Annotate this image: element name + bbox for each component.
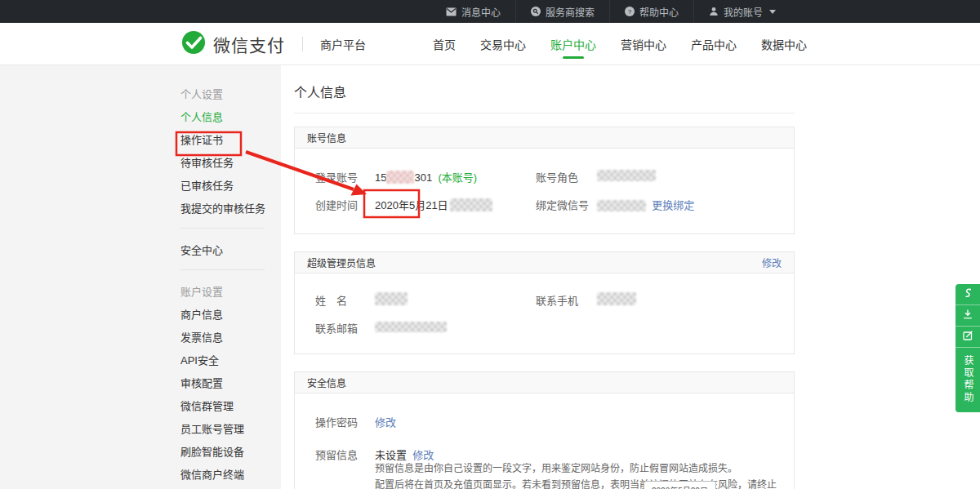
brand-name: 微信支付 — [213, 32, 285, 56]
title-divider — [294, 113, 795, 113]
topbar-item-my-account[interactable]: 我的账号 — [693, 0, 791, 23]
redacted-login-middle — [386, 171, 414, 184]
sidebar-item-merchant-info[interactable]: 商户信息 — [180, 302, 270, 325]
own-account-note: (本账号) — [438, 171, 477, 184]
login-account-value: 15301 (本账号) — [375, 169, 477, 184]
sidebar-item-reviewed-tasks[interactable]: 已审核任务 — [180, 173, 270, 196]
edit-admin-link[interactable]: 修改 — [762, 256, 782, 269]
nav-home[interactable]: 首页 — [433, 29, 456, 59]
sidebar-section-personal-settings: 个人设置 — [180, 82, 281, 104]
topbar-item-label: 帮助中心 — [639, 5, 679, 19]
redacted-created-time — [450, 198, 492, 211]
sidebar-item-operation-certificate[interactable]: 操作证书 — [180, 127, 270, 150]
main-content: 个人信息 账号信息 登录账号 15301 (本账号) 账号角色 创建时间 202… — [281, 65, 980, 489]
feedback-icon — [962, 330, 973, 345]
redacted-wechat-id — [597, 200, 646, 211]
page-title: 个人信息 — [294, 65, 980, 101]
nav-data-center[interactable]: 数据中心 — [761, 29, 807, 59]
chevron-down-icon — [769, 10, 776, 14]
reserved-info-description: 预留信息是由你自己设置的一段文字，用来鉴定网站身份，防止假冒网站造成损失。 配置… — [375, 460, 783, 489]
redacted-name — [375, 292, 408, 305]
user-icon — [709, 7, 719, 16]
topbar-item-label: 消息中心 — [461, 5, 501, 19]
created-time-label: 创建时间 — [315, 197, 358, 212]
reserved-info-value: 未设置 修改 — [375, 447, 434, 462]
envelope-icon — [446, 7, 457, 16]
wechat-pay-logo-icon — [181, 30, 206, 58]
topbar-item-label: 服务商搜索 — [546, 5, 595, 19]
help-icon: ? — [625, 7, 635, 16]
account-info-card: 账号信息 登录账号 15301 (本账号) 账号角色 创建时间 2020年5月2… — [294, 127, 795, 234]
brand[interactable]: 微信支付 商户平台 — [181, 30, 366, 58]
sidebar-item-face-smart-device[interactable]: 刷脸智能设备 — [180, 439, 270, 462]
sidebar-section-account-settings: 账户设置 — [180, 279, 281, 302]
account-role-label: 账号角色 — [536, 169, 578, 184]
download-icon — [962, 309, 973, 323]
contact-phone-label: 联系手机 — [536, 292, 578, 308]
contact-email-label: 联系邮箱 — [315, 320, 358, 336]
operation-password-label: 操作密码 — [315, 414, 358, 429]
card-title: 超级管理员信息 — [307, 256, 376, 269]
nav-account-center[interactable]: 账户中心 — [550, 29, 596, 59]
date-tooltip: 2020年5月22日 — [644, 481, 716, 489]
sidebar-item-api-security[interactable]: API安全 — [180, 348, 270, 371]
sidebar-divider — [180, 269, 265, 270]
brand-divider — [302, 37, 303, 51]
page-body: 个人设置 个人信息 操作证书 待审核任务 已审核任务 我提交的审核任务 安全中心… — [0, 65, 980, 489]
redacted-account-role — [597, 170, 656, 181]
header: 微信支付 商户平台 首页 交易中心 账户中心 营销中心 产品中心 数据中心 — [0, 23, 980, 65]
search-icon — [531, 7, 541, 16]
card-title: 安全信息 — [307, 376, 346, 389]
sidebar-item-wechat-merchant-terminal[interactable]: 微信商户终端 — [180, 462, 270, 485]
nav-transaction-center[interactable]: 交易中心 — [480, 29, 526, 59]
set-reserved-info-link[interactable]: 修改 — [412, 449, 434, 461]
sidebar-item-security-center[interactable]: 安全中心 — [180, 238, 270, 260]
sidebar-divider — [180, 228, 265, 229]
reserved-info-label: 预留信息 — [315, 447, 358, 462]
sidebar-item-personal-info[interactable]: 个人信息 — [180, 104, 270, 127]
bound-wechat-label: 绑定微信号 — [536, 197, 589, 212]
rebind-link[interactable]: 更换绑定 — [652, 199, 694, 211]
sidebar-item-review-config[interactable]: 审核配置 — [180, 371, 270, 393]
portal-name: 商户平台 — [320, 36, 366, 52]
sidebar: 个人设置 个人信息 操作证书 待审核任务 已审核任务 我提交的审核任务 安全中心… — [0, 65, 281, 489]
sidebar-item-invoice-info[interactable]: 发票信息 — [180, 325, 270, 348]
redacted-email — [375, 322, 447, 332]
download-button[interactable] — [956, 305, 980, 327]
topbar: 消息中心 服务商搜索 ? 帮助中心 我的账号 — [0, 0, 980, 23]
sidebar-item-pending-review-tasks[interactable]: 待审核任务 — [180, 150, 270, 173]
topbar-item-label: 我的账号 — [724, 5, 763, 19]
topbar-item-help-center[interactable]: ? 帮助中心 — [609, 0, 693, 23]
float-toolbar: 获取帮助 — [956, 284, 980, 412]
hotline-button[interactable] — [956, 284, 980, 305]
login-account-label: 登录账号 — [315, 169, 358, 184]
sidebar-item-my-submitted-tasks[interactable]: 我提交的审核任务 — [180, 196, 270, 219]
topbar-item-provider-search[interactable]: 服务商搜索 — [515, 0, 609, 23]
super-admin-card: 超级管理员信息 修改 姓 名 联系手机 联系邮箱 — [294, 251, 795, 354]
security-info-card: 安全信息 操作密码 修改 预留信息 未设置 修改 预留信息是由你自己设置的一段文… — [294, 371, 795, 489]
redacted-phone — [597, 292, 636, 305]
change-password-link[interactable]: 修改 — [375, 416, 396, 429]
nav-product-center[interactable]: 产品中心 — [691, 29, 737, 59]
card-title: 账号信息 — [307, 131, 346, 144]
hotline-icon — [962, 287, 973, 302]
nav-marketing-center[interactable]: 营销中心 — [621, 29, 666, 59]
sidebar-item-staff-account-mgmt[interactable]: 员工账号管理 — [180, 416, 270, 439]
svg-text:?: ? — [628, 8, 632, 16]
name-label: 姓 名 — [315, 292, 347, 308]
get-help-button[interactable]: 获取帮助 — [962, 348, 973, 412]
feedback-button[interactable] — [956, 327, 980, 348]
sidebar-item-wechat-group-mgmt[interactable]: 微信群管理 — [180, 393, 270, 416]
main-nav: 首页 交易中心 账户中心 营销中心 产品中心 数据中心 — [433, 29, 980, 59]
topbar-item-messages[interactable]: 消息中心 — [431, 0, 515, 23]
created-time-value: 2020年5月21日 — [375, 197, 492, 212]
